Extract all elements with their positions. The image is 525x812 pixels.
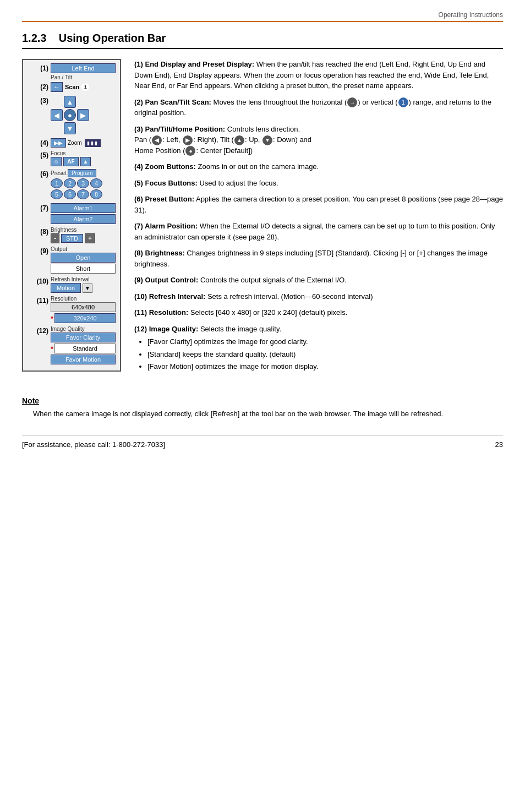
asterisk-320: * bbox=[51, 314, 53, 323]
ptz-grid: ▲ ◀ ● ▶ ▼ bbox=[51, 96, 116, 134]
desc-12-body: Selects the image quality. bbox=[200, 325, 281, 333]
label-r6: (6) bbox=[28, 169, 48, 178]
refresh-row: Motion ▼ bbox=[51, 283, 116, 293]
ptz-right-button[interactable]: ▶ bbox=[77, 109, 89, 121]
row-5: (5) Focus ☺ AF ▲ bbox=[28, 150, 116, 167]
pan-left-icon: ◀ bbox=[152, 135, 162, 145]
ptz-up-button[interactable]: ▲ bbox=[64, 96, 76, 108]
row-10: (10) Refresh Interval Motion ▼ bbox=[28, 276, 116, 294]
preset-btn-5[interactable]: 5 bbox=[51, 189, 63, 199]
row-4: (4) ▶▶ Zoom ▮▮▮ bbox=[28, 138, 116, 149]
bullet-1: [Favor Clarity] optimizes the image for … bbox=[147, 336, 503, 347]
resolution-320-row: * 320x240 bbox=[51, 313, 116, 323]
bullet-3: [Favor Motion] optimizes the image for m… bbox=[147, 361, 503, 372]
brightness-plus-button[interactable]: + bbox=[85, 233, 95, 243]
breadcrumb: Operating Instructions bbox=[22, 11, 503, 22]
standard-quality-row: * Standard bbox=[51, 344, 116, 353]
row-10-content: Refresh Interval Motion ▼ bbox=[51, 276, 116, 294]
brightness-minus-button[interactable]: - bbox=[51, 233, 59, 243]
pantilt-label: Pan / Tilt bbox=[51, 74, 116, 80]
desc-3-body: Controls lens direction. bbox=[227, 125, 300, 133]
preset-btn-8[interactable]: 8 bbox=[90, 189, 102, 199]
row-5-content: Focus ☺ AF ▲ bbox=[51, 150, 116, 167]
row-11: (11) Resolution 640x480 * 320x240 bbox=[28, 296, 116, 324]
label-r4: (4) bbox=[28, 138, 48, 147]
refresh-dropdown-arrow[interactable]: ▼ bbox=[83, 284, 92, 293]
label-r1: (1) bbox=[28, 63, 48, 72]
preset-btn-2[interactable]: 2 bbox=[64, 178, 76, 188]
section-title-text: Using Operation Bar bbox=[59, 32, 166, 44]
desc-12-title: (12) Image Quality: bbox=[134, 325, 198, 333]
desc-8-body: Changes brightness in 9 steps including … bbox=[134, 249, 488, 268]
focus-row: ☺ AF ▲ bbox=[51, 157, 116, 166]
row-9-content: Output Open Short bbox=[51, 246, 116, 275]
motion-button[interactable]: Motion bbox=[51, 283, 81, 293]
favor-motion-button[interactable]: Favor Motion bbox=[51, 355, 116, 364]
row-9: (9) Output Open Short bbox=[28, 246, 116, 275]
desc-10-title: (10) Refresh Interval: bbox=[134, 292, 205, 301]
operation-bar-panel: (1) Left End Pan / Tilt (2) ← Scan 1 bbox=[22, 59, 121, 372]
ptz-center-button[interactable]: ● bbox=[64, 109, 76, 121]
resolution-320-button[interactable]: 320x240 bbox=[54, 313, 116, 323]
focus-person-button[interactable]: ☺ bbox=[51, 157, 62, 166]
scan-v-icon: 1 bbox=[398, 97, 408, 107]
alarm1-button[interactable]: Alarm1 bbox=[51, 203, 116, 213]
label-r9: (9) bbox=[28, 246, 48, 255]
resolution-640-button[interactable]: 640x480 bbox=[51, 302, 116, 312]
short-button[interactable]: Short bbox=[51, 264, 116, 274]
desc-3-pan-line: Pan (◀: Left, ▶: Right), Tilt (▲: Up, ▼:… bbox=[134, 135, 311, 144]
desc-4-title: (4) Zoom Buttons: bbox=[134, 162, 196, 171]
zoom-button[interactable]: ▶▶ bbox=[51, 138, 66, 148]
label-r5: (5) bbox=[28, 150, 48, 159]
desc-10: (10) Refresh Interval: Sets a refresh in… bbox=[134, 291, 503, 302]
desc-1: (1) End Display and Preset Display: When… bbox=[134, 59, 503, 91]
preset-btn-4[interactable]: 4 bbox=[90, 178, 102, 188]
asterisk-standard: * bbox=[51, 345, 53, 353]
desc-4: (4) Zoom Buttons: Zooms in or out on the… bbox=[134, 161, 503, 172]
program-tab[interactable]: Program bbox=[68, 169, 96, 177]
preset-btn-1[interactable]: 1 bbox=[51, 178, 63, 188]
row-7: (7) Alarm1 Alarm2 bbox=[28, 203, 116, 225]
preset-btn-3[interactable]: 3 bbox=[77, 178, 89, 188]
scan-left-button[interactable]: ← bbox=[51, 82, 63, 92]
focus-mountain-button[interactable]: ▲ bbox=[80, 157, 91, 166]
alarm2-button[interactable]: Alarm2 bbox=[51, 214, 116, 224]
preset-btn-7[interactable]: 7 bbox=[77, 189, 89, 199]
desc-2-body2: ) or vertical ( bbox=[358, 98, 397, 106]
row-2-content: ← Scan 1 bbox=[51, 82, 116, 94]
ptz-left-button[interactable]: ◀ bbox=[51, 109, 63, 121]
footer: [For assistance, please call: 1-800-272-… bbox=[22, 435, 503, 449]
preset-row: Preset Program bbox=[51, 169, 116, 177]
open-button[interactable]: Open bbox=[51, 253, 116, 263]
desc-6: (6) Preset Button: Applies the camera di… bbox=[134, 194, 503, 215]
label-r11: (11) bbox=[28, 296, 48, 304]
note-body: When the camera image is not displayed c… bbox=[33, 408, 503, 419]
desc-10-body: Sets a refresh interval. (Motion—60-seco… bbox=[207, 292, 373, 301]
af-button[interactable]: AF bbox=[63, 157, 78, 166]
row-7-content: Alarm1 Alarm2 bbox=[51, 203, 116, 225]
brightness-std-button[interactable]: STD bbox=[61, 234, 83, 243]
label-r8: (8) bbox=[28, 227, 48, 236]
row-8-content: Brightness - STD + bbox=[51, 227, 116, 244]
desc-5-body: Used to adjust the focus. bbox=[199, 179, 278, 187]
favor-clarity-button[interactable]: Favor Clarity bbox=[51, 333, 116, 342]
end-display: Left End bbox=[51, 63, 116, 73]
ptz-down-button[interactable]: ▼ bbox=[64, 122, 76, 134]
row-12-content: Image Quality Favor Clarity * Standard F… bbox=[51, 326, 116, 366]
scan-row: ← Scan 1 bbox=[51, 82, 116, 92]
standard-quality-button[interactable]: Standard bbox=[54, 344, 116, 353]
desc-11-title: (11) Resolution: bbox=[134, 308, 188, 317]
zoom-row: ▶▶ Zoom ▮▮▮ bbox=[51, 138, 116, 148]
tilt-up-icon: ▲ bbox=[234, 135, 244, 145]
footer-page: 23 bbox=[495, 440, 503, 449]
section-title: 1.2.3 Using Operation Bar bbox=[22, 32, 503, 49]
label-r3: (3) bbox=[28, 96, 48, 105]
brightness-label: Brightness bbox=[51, 227, 116, 233]
row-1: (1) Left End Pan / Tilt bbox=[28, 63, 116, 80]
footer-assistance: [For assistance, please call: 1-800-272-… bbox=[22, 440, 165, 449]
row-8: (8) Brightness - STD + bbox=[28, 227, 116, 244]
label-r10: (10) bbox=[28, 276, 48, 285]
scan-number-icon: 1 bbox=[81, 83, 89, 91]
preset-btn-6[interactable]: 6 bbox=[64, 189, 76, 199]
desc-3-home-line: Home Position (●: Center [Default]) bbox=[134, 146, 253, 155]
